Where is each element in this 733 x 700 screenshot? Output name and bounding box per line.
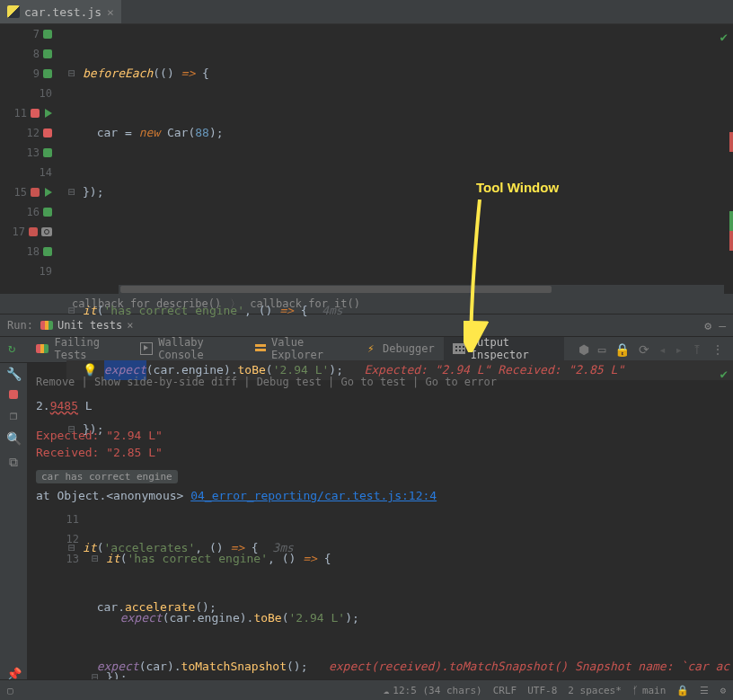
file-tab-name: car.test.js [24, 5, 102, 19]
output-body[interactable]: ✔ Remove | Show side-by-side diff | Debu… [27, 363, 733, 681]
stop-icon[interactable] [9, 390, 18, 399]
ide-notifications-icon[interactable]: ☰ [700, 685, 709, 696]
snapshot-icon[interactable] [41, 227, 52, 236]
output-side-toolbar: 🔧 ❐ 🔍 ⧉ 📌 [0, 363, 27, 681]
background-tasks[interactable]: ☁ 12:5 (34 chars) [384, 685, 482, 696]
run-label: Run: [7, 319, 33, 332]
stack-line: at Object.<anonymous> 04_error_reporting… [27, 487, 733, 504]
status-bar: ▢ ☁ 12:5 (34 chars) CRLF UTF-8 2 spaces*… [0, 679, 733, 700]
received-line: Received: "2.85 L" [27, 444, 733, 461]
coverage-marker-icon [43, 49, 52, 58]
expected-line: Expected: "2.94 L" [27, 427, 733, 444]
tool-window-toggle-icon[interactable]: ▢ [7, 685, 13, 696]
output-value: 2.9485 L [27, 397, 733, 414]
run-side-toolbar: ↻ [0, 337, 23, 362]
coverage-marker-icon [43, 30, 52, 39]
code-editor[interactable]: ✔ 7 8 9 10 11 12 13 14 15 16 17 18 19 ⊟b… [0, 24, 733, 294]
search-icon[interactable]: 🔍 [5, 431, 22, 446]
coverage-marker-icon [43, 69, 52, 78]
output-inspector-panel: 🔧 ❐ 🔍 ⧉ 📌 ✔ Remove | Show side-by-side d… [0, 363, 733, 681]
wallaby-icon [40, 321, 53, 330]
filter-icon[interactable]: ⧉ [5, 455, 22, 470]
file-tab[interactable]: car.test.js × [0, 0, 121, 23]
encoding[interactable]: UTF-8 [527, 685, 557, 696]
console-icon [140, 342, 153, 355]
run-test-icon[interactable] [45, 188, 52, 197]
run-test-icon[interactable] [45, 109, 52, 118]
skip-fwd-icon[interactable]: ▸ [676, 342, 683, 357]
editor-tab-bar: car.test.js × [0, 0, 733, 24]
wrench-icon[interactable]: 🔧 [5, 367, 22, 381]
fail-marker-icon [31, 188, 40, 197]
output-code-snippet: 11 12 13 ⊟it('has correct engine', () =>… [27, 509, 733, 681]
stack-link[interactable]: 04_error_reporting/car.test.js:12:4 [190, 489, 437, 502]
ide-settings-icon[interactable]: ⚙ [720, 685, 726, 696]
test-name-tag: car has correct engine [36, 470, 178, 483]
export-icon[interactable]: ⤒ [692, 342, 702, 357]
layers-icon[interactable]: ❐ [5, 408, 22, 422]
fail-marker-icon [31, 109, 40, 118]
close-icon[interactable]: × [107, 5, 114, 19]
coverage-marker-icon [43, 208, 52, 217]
output-action-links[interactable]: Remove | Show side-by-side diff | Debug … [27, 370, 733, 397]
fail-marker-icon [29, 227, 38, 236]
horizontal-scrollbar[interactable] [119, 285, 724, 294]
line-separator[interactable]: CRLF [493, 685, 517, 696]
inline-time: 4ms [322, 301, 342, 321]
editor-gutter: 7 8 9 10 11 12 13 14 15 16 17 18 19 [0, 24, 57, 294]
js-file-icon [7, 5, 20, 18]
readonly-icon[interactable]: 🔒 [676, 685, 689, 696]
indent[interactable]: 2 spaces* [568, 685, 622, 696]
tests-icon [36, 344, 49, 353]
rerun-icon[interactable]: ↻ [4, 341, 20, 355]
coverage-marker-icon [43, 148, 52, 157]
code-area[interactable]: ⊟beforeEach(() => { car = new Car(88); ⊟… [57, 24, 733, 294]
skip-back-icon[interactable]: ◂ [658, 342, 666, 357]
inspection-ok-icon: ✔ [720, 367, 728, 381]
git-branch[interactable]: ᚶ main [632, 685, 667, 696]
coverage-marker-icon [43, 247, 52, 256]
fail-marker-icon [43, 128, 52, 137]
